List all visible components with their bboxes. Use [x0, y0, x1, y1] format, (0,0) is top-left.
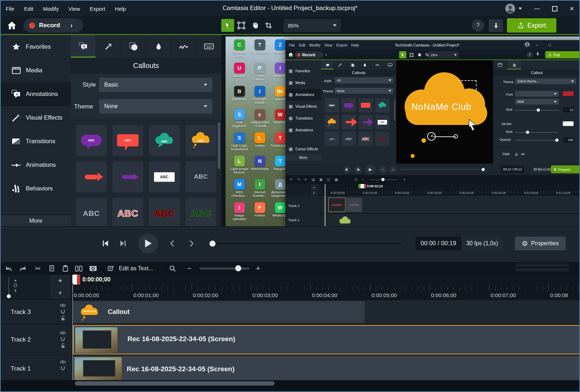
menu-item[interactable]: Export: [90, 6, 105, 12]
download-button[interactable]: [489, 19, 503, 32]
scrubber-track[interactable]: [216, 243, 402, 244]
sidebar-item-transitions[interactable]: Transitions: [1, 130, 71, 153]
callout-tile-speech-red[interactable]: ABC: [112, 125, 143, 156]
callout-tile-text-dark-red[interactable]: ABC: [149, 198, 180, 229]
sidebar-item-behaviors[interactable]: Behaviors: [1, 177, 71, 200]
callout-tile-cloud-teal[interactable]: ABC: [149, 125, 180, 156]
style-dropdown[interactable]: Basic: [99, 78, 212, 92]
panel-scrollbar[interactable]: [218, 122, 220, 169]
timeline-zoom-handle[interactable]: [235, 265, 241, 271]
callout-tile-text-red-outline[interactable]: ABC: [112, 198, 143, 229]
callout-tile-rectangle[interactable]: ABC: [149, 161, 180, 192]
play-button[interactable]: [138, 233, 158, 253]
cut-button[interactable]: ✂: [34, 264, 42, 273]
split-button[interactable]: [74, 264, 83, 273]
crop-tool-button[interactable]: [262, 19, 275, 32]
inner-ruler-label: 0:00:00;00: [330, 191, 345, 195]
callout-tile-text-green-outline[interactable]: ABC: [185, 198, 216, 229]
redo-button[interactable]: [19, 264, 27, 273]
callout-tile-cloud-orange[interactable]: ABC: [185, 125, 216, 156]
track-magnet-icon[interactable]: [61, 366, 65, 371]
transform-tool-button[interactable]: [235, 19, 248, 32]
zoom-out-button[interactable]: −: [185, 264, 194, 273]
inner-ruler-label: 0:00:10;00: [363, 191, 377, 195]
help-button[interactable]: ?: [472, 19, 484, 32]
speech-bubble-shape: ABC: [81, 135, 102, 146]
menu-item[interactable]: Edit: [24, 6, 33, 12]
track-visibility-icon[interactable]: [60, 303, 66, 307]
fps-display[interactable]: 30 fps (1,0x): [461, 237, 503, 250]
screen-recording-clip-selected[interactable]: Rec 16-08-2025-22-34-05 (Screen): [73, 325, 580, 354]
callout-tile-text-plain[interactable]: ABC: [185, 161, 216, 192]
tab-arrows[interactable]: [96, 35, 121, 58]
track-visibility-icon[interactable]: [60, 360, 66, 364]
track-magnet-icon[interactable]: [61, 309, 65, 314]
arrow-icon: [105, 43, 112, 50]
menu-item[interactable]: View: [68, 6, 80, 12]
sidebar-item-animations[interactable]: Animations: [1, 153, 71, 177]
desktop-icon: I Image Uploader: [229, 202, 250, 226]
copy-button[interactable]: [47, 264, 56, 273]
canvas-area[interactable]: C Camtasia 2025 T TagScanner Z Zentimo: [221, 35, 580, 226]
record-expand-chevron[interactable]: ›: [71, 22, 73, 29]
tab-callouts[interactable]: a: [71, 35, 96, 58]
paste-button[interactable]: [61, 264, 69, 273]
sidebar-item-visual-effects[interactable]: Visual Effects: [1, 106, 71, 130]
close-button[interactable]: ✕: [570, 5, 574, 12]
track-visibility-icon[interactable]: [60, 331, 66, 335]
canvas-zoom-select[interactable]: 85%: [284, 19, 341, 32]
edit-as-text-button[interactable]: Edit as Text...: [119, 265, 153, 272]
timeline-scrollbar-thumb[interactable]: [75, 381, 275, 386]
track-lock-icon[interactable]: [61, 343, 65, 348]
track-lock-icon[interactable]: [61, 315, 65, 321]
export-button[interactable]: Export: [507, 18, 556, 33]
jump-forward-button[interactable]: [184, 236, 199, 251]
desktop-icon-label: Camtasia 2025: [229, 51, 250, 58]
menu-item[interactable]: Modify: [43, 6, 59, 12]
callout-tile-arrow-purple[interactable]: [112, 161, 143, 192]
inner-tracks: Track 2 Track 1 + ∨ NoNaMe NoNaMe: [285, 196, 580, 226]
properties-button[interactable]: ⚙ Properties: [515, 237, 566, 250]
tab-shapes[interactable]: [121, 35, 146, 58]
cursor-tool-button[interactable]: [221, 19, 234, 32]
inner-menu-item: Edit: [299, 43, 305, 47]
sidebar-more-button[interactable]: More: [1, 215, 71, 226]
font-color-swatch: [563, 91, 574, 96]
record-button[interactable]: Record ›: [24, 18, 83, 33]
timeline-scrollbar[interactable]: [1, 380, 580, 387]
tab-blur[interactable]: [146, 35, 171, 58]
sidebar-item-annotations[interactable]: a Annotations: [1, 82, 71, 106]
theme-dropdown[interactable]: None: [99, 99, 212, 113]
zoom-in-button[interactable]: +: [254, 264, 262, 273]
callout-tile-speech-purple[interactable]: ABC: [76, 125, 107, 156]
step-forward-button[interactable]: [116, 236, 131, 251]
desktop-icon-glyph: L: [255, 132, 265, 143]
sidebar-item-favorites[interactable]: Favorites: [1, 35, 71, 59]
callout-clip[interactable]: NoNaMe Club Callout: [73, 301, 365, 324]
sidebar-item-media[interactable]: Media: [1, 59, 71, 82]
tab-sketch[interactable]: [171, 35, 196, 58]
desktop-icon-glyph: P: [255, 63, 265, 73]
home-button[interactable]: [5, 19, 19, 32]
tools-sidebar: Favorites Media a Annotations Visual Eff…: [1, 35, 71, 226]
timeline-zoom-slider[interactable]: [199, 267, 250, 270]
callout-tile-arrow-red[interactable]: [76, 161, 107, 192]
pan-tool-button[interactable]: [248, 19, 261, 32]
callout-tile-text-gray[interactable]: ABC: [76, 198, 107, 229]
minimize-button[interactable]: —: [534, 5, 540, 12]
scrubber-handle[interactable]: [209, 241, 216, 247]
jump-back-button[interactable]: [165, 236, 180, 251]
maximize-button[interactable]: [552, 6, 557, 11]
tab-keystrokes[interactable]: [196, 35, 221, 58]
undo-button[interactable]: [4, 264, 13, 273]
screen-recording-clip[interactable]: Rec 16-08-2025-22-34-05 (Screen): [73, 356, 580, 380]
playhead-marker[interactable]: [72, 275, 80, 285]
previous-frame-button[interactable]: [98, 236, 113, 251]
menu-item[interactable]: File: [6, 6, 14, 12]
track-magnet-icon[interactable]: [61, 337, 65, 341]
account-menu[interactable]: [505, 3, 522, 14]
record-label: Record: [39, 22, 60, 29]
toolbar-grip: [515, 268, 569, 271]
snapshot-button[interactable]: [89, 264, 97, 273]
menu-item[interactable]: Help: [115, 6, 126, 12]
